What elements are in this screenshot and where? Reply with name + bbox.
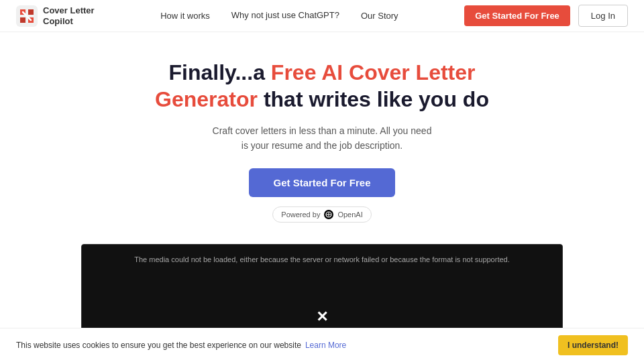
hero-title-highlight: Free AI Cover Letter [271,60,476,84]
hero-subtitle: Craft cover letters in less than a minut… [208,123,436,154]
nav-login-button[interactable]: Log In [578,5,628,27]
logo-icon [16,5,38,27]
powered-label: Powered by [281,210,320,219]
video-x-icon: ✕ [316,308,328,326]
nav-how-it-works[interactable]: How it works [160,11,210,21]
nav-our-story[interactable]: Our Story [361,11,398,21]
cookie-text-area: This website uses cookies to ensure you … [16,341,346,350]
nav-get-started-button[interactable]: Get Started For Free [464,5,570,26]
logo[interactable]: Cover Letter Copilot [16,5,95,27]
nav-actions: Get Started For Free Log In [464,5,628,27]
openai-icon [324,210,333,219]
hero-title-end: writes like you do [309,87,489,111]
hero-get-started-button[interactable]: Get Started For Free [249,168,394,197]
hero-title-that: that [264,87,309,111]
cookie-understand-button[interactable]: I understand! [558,335,628,355]
hero-title-generator: Generator [155,87,264,111]
video-error-message: The media could not be loaded, either be… [82,255,562,263]
hero-section: Finally...a Free AI Cover Letter Generat… [0,32,644,236]
cookie-message: This website uses cookies to ensure you … [16,341,301,350]
navbar: Cover Letter Copilot How it works Why no… [0,0,644,32]
nav-why-not-chatgpt[interactable]: Why not just use ChatGPT? [231,10,339,21]
cookie-learn-more-link[interactable]: Learn More [305,341,346,350]
hero-title-part1: Finally...a [168,60,270,84]
openai-label: OpenAI [337,210,362,219]
logo-text: Cover Letter Copilot [43,5,95,26]
cookie-banner: This website uses cookies to ensure you … [0,328,644,362]
nav-links: How it works Why not just use ChatGPT? O… [160,10,398,21]
powered-by-badge: Powered by OpenAI [272,206,371,223]
hero-title: Finally...a Free AI Cover Letter Generat… [13,59,631,113]
